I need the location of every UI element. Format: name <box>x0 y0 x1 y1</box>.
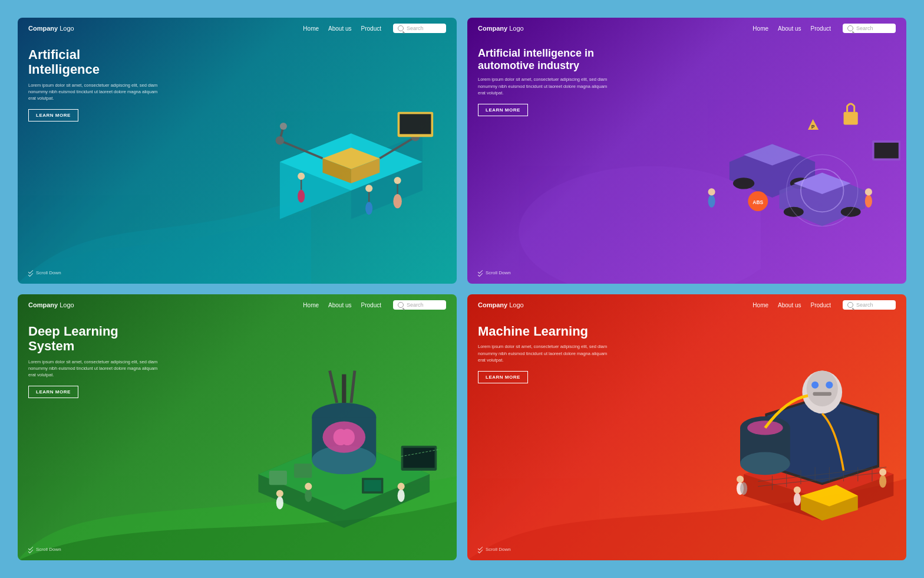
search-text-auto: Search <box>856 25 873 31</box>
illus-svg-ml <box>672 327 900 543</box>
content-dl: Deep Learning System Lorem ipsum dolor s… <box>18 316 457 560</box>
navbar-ai: Company Logo Home About us Product Searc… <box>18 18 457 39</box>
search-text-ai: Search <box>407 25 424 31</box>
svg-point-57 <box>276 497 283 510</box>
svg-point-91 <box>737 476 744 483</box>
nav-aboutus-dl[interactable]: About us <box>328 302 351 308</box>
nav-home-ml[interactable]: Home <box>753 302 768 308</box>
nav-aboutus-ml[interactable]: About us <box>778 302 801 308</box>
svg-rect-52 <box>269 471 286 485</box>
svg-point-59 <box>305 490 312 503</box>
search-icon-ml <box>847 302 853 308</box>
nav-links-ai: Home About us Product <box>303 25 381 32</box>
svg-point-60 <box>305 483 312 490</box>
nav-home-ai[interactable]: Home <box>303 25 319 32</box>
nav-product-dl[interactable]: Product <box>361 302 381 308</box>
illustration-ml <box>672 327 900 543</box>
navbar-auto: Company Logo Home About us Product Searc… <box>467 18 906 39</box>
card-ai: Company Logo Home About us Product Searc… <box>18 18 457 284</box>
title-ai: Artificial Intelligence <box>28 47 152 77</box>
scroll-down-ai: Scroll Down <box>28 270 61 275</box>
svg-point-95 <box>793 493 800 506</box>
search-icon-auto <box>847 25 853 31</box>
content-ai: Artificial Intelligence Lorem ipsum dolo… <box>18 39 457 284</box>
svg-rect-53 <box>294 464 312 478</box>
illus-svg-ai <box>223 51 451 266</box>
svg-rect-64 <box>364 480 381 491</box>
svg-point-86 <box>740 452 790 475</box>
scroll-label-auto: Scroll Down <box>486 270 511 275</box>
svg-rect-35 <box>843 112 857 125</box>
nav-home-dl[interactable]: Home <box>303 302 319 308</box>
svg-rect-55 <box>403 448 434 468</box>
scroll-label-ml: Scroll Down <box>486 547 511 552</box>
content-auto: Artificial intelligence in automotive in… <box>467 39 906 284</box>
title-dl: Deep Learning System <box>28 324 152 354</box>
nav-aboutus-ai[interactable]: About us <box>328 25 351 32</box>
nav-home-auto[interactable]: Home <box>753 25 768 32</box>
illustration-auto: ABS P <box>672 51 900 266</box>
scroll-label-dl: Scroll Down <box>36 547 61 552</box>
svg-point-15 <box>393 194 402 208</box>
scroll-label-ai: Scroll Down <box>36 270 61 275</box>
svg-rect-83 <box>813 392 831 396</box>
svg-point-18 <box>365 202 372 215</box>
svg-point-81 <box>811 382 819 389</box>
illustration-ai <box>223 51 451 266</box>
learn-btn-dl[interactable]: LEARN MORE <box>28 386 78 398</box>
svg-point-8 <box>275 136 284 145</box>
chevrons-auto <box>478 270 483 275</box>
desc-ai: Lorem ipsum dolor sit amet, consectetuer… <box>28 82 158 102</box>
navbar-dl: Company Logo Home About us Product Searc… <box>18 294 457 316</box>
card-deep-learning: Company Logo Home About us Product Searc… <box>18 294 457 560</box>
svg-point-21 <box>298 190 305 203</box>
chevrons-dl <box>28 547 33 552</box>
scroll-down-dl: Scroll Down <box>28 547 61 552</box>
svg-point-43 <box>708 188 715 195</box>
learn-btn-ml[interactable]: LEARN MORE <box>478 371 528 383</box>
svg-point-96 <box>793 487 800 494</box>
nav-product-ml[interactable]: Product <box>811 302 831 308</box>
search-box-ml[interactable]: Search <box>843 300 896 310</box>
search-icon-ai <box>398 25 404 31</box>
navbar-ml: Company Logo Home About us Product Searc… <box>467 294 906 316</box>
svg-point-62 <box>397 483 404 490</box>
svg-text:ABS: ABS <box>753 199 763 205</box>
illus-svg-auto: ABS P <box>672 51 900 266</box>
logo-ml: Company Logo <box>478 301 524 308</box>
learn-btn-ai[interactable]: LEARN MORE <box>28 109 78 121</box>
desc-ml: Lorem ipsum dolor sit amet, consectetuer… <box>478 343 608 363</box>
main-grid: Company Logo Home About us Product Searc… <box>0 0 924 578</box>
svg-rect-45 <box>874 143 898 159</box>
chevrons-ai <box>28 270 33 275</box>
scroll-down-ml: Scroll Down <box>478 547 511 552</box>
desc-auto: Lorem ipsum dolor sit amet, consectetuer… <box>478 76 608 96</box>
svg-point-42 <box>708 195 715 208</box>
search-text-dl: Search <box>407 302 424 308</box>
svg-point-41 <box>864 188 872 195</box>
logo-dl: Company Logo <box>28 301 74 308</box>
svg-point-20 <box>365 185 372 192</box>
nav-links-ml: Home About us Product <box>753 302 831 308</box>
nav-product-auto[interactable]: Product <box>811 25 831 32</box>
card-ml: Company Logo Home About us Product Searc… <box>467 294 906 560</box>
svg-rect-14 <box>400 114 431 134</box>
svg-point-80 <box>806 371 837 407</box>
nav-links-dl: Home About us Product <box>303 302 381 308</box>
nav-aboutus-auto[interactable]: About us <box>778 25 801 32</box>
svg-point-23 <box>298 173 305 180</box>
card-automotive: Company Logo Home About us Product Searc… <box>467 18 906 284</box>
desc-dl: Lorem ipsum dolor sit amet, consectetuer… <box>28 359 158 379</box>
illustration-dl <box>223 327 451 543</box>
svg-text:P: P <box>811 124 814 130</box>
learn-btn-auto[interactable]: LEARN MORE <box>478 104 528 116</box>
search-box-dl[interactable]: Search <box>393 300 446 310</box>
search-box-ai[interactable]: Search <box>393 24 446 33</box>
nav-product-ai[interactable]: Product <box>361 25 381 32</box>
svg-point-94 <box>879 468 886 475</box>
search-box-auto[interactable]: Search <box>843 24 896 33</box>
chevrons-ml <box>478 547 483 552</box>
search-icon-dl <box>398 302 404 308</box>
svg-point-40 <box>864 195 872 208</box>
svg-point-58 <box>276 490 283 497</box>
